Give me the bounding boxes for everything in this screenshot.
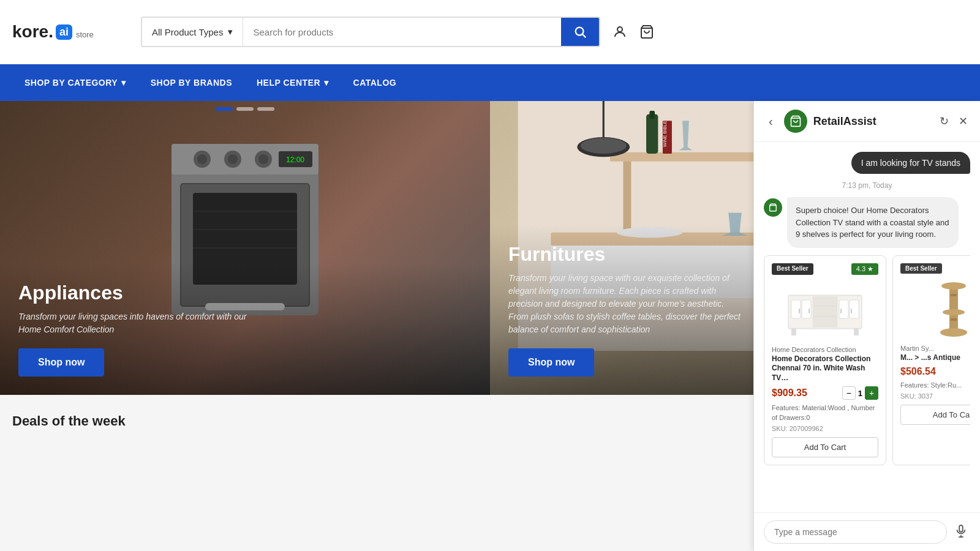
- deals-title: Deals of the week: [12, 413, 126, 429]
- search-button[interactable]: [561, 18, 599, 46]
- nav-catalog-label: CATALOG: [353, 78, 397, 88]
- card-1-brand: Home Decorators Collection: [772, 346, 878, 353]
- header: kore. ai store All Product Types ▾: [0, 0, 980, 64]
- svg-text:WINE BIBLE: WINE BIBLE: [662, 121, 668, 147]
- chat-close-icon: ✕: [959, 115, 968, 127]
- chat-input-area: [754, 512, 980, 551]
- nav-shop-by-category-arrow: ▾: [121, 78, 126, 88]
- svg-rect-64: [851, 309, 852, 313]
- svg-rect-63: [840, 309, 842, 313]
- nav-shop-by-brands-label: SHOP BY BRANDS: [151, 78, 232, 88]
- svg-point-11: [258, 154, 268, 164]
- antique-stand-svg: [929, 279, 970, 340]
- product-type-label: All Product Types: [152, 27, 223, 37]
- account-button[interactable]: [612, 24, 627, 39]
- card-2-brand: Martin Sy...: [900, 345, 970, 352]
- nav-shop-by-category-label: SHOP BY CATEGORY: [24, 78, 118, 88]
- chat-header: ‹ RetailAssist ↻ ✕: [754, 101, 980, 142]
- tv-stand-svg: [785, 283, 865, 338]
- bot-small-cart-icon: [769, 203, 777, 212]
- main-content: 12:00 Appliances Transform your living s…: [0, 101, 980, 551]
- chat-close-button[interactable]: ✕: [956, 112, 970, 130]
- chat-input[interactable]: [764, 520, 947, 544]
- card-1-best-seller-badge: Best Seller: [772, 263, 813, 275]
- microphone-icon: [954, 524, 968, 538]
- dot-2: [236, 107, 254, 111]
- user-message-container: I am looking for TV stands: [764, 152, 970, 174]
- nav-help-center[interactable]: HELP CENTER ▾: [244, 64, 341, 101]
- card-1-sku: SKU: 207009962: [772, 425, 878, 432]
- nav-help-center-label: HELP CENTER: [257, 78, 320, 88]
- card-1-name: Home Decorators Collection Chennai 70 in…: [772, 354, 878, 383]
- card-2-features: Features: Style:Ru...: [900, 381, 970, 390]
- card-1-add-to-cart-button[interactable]: Add To Cart: [772, 437, 878, 457]
- bot-cart-icon: [790, 115, 802, 127]
- card-1-qty-control: − 1 +: [842, 386, 878, 400]
- svg-point-9: [228, 154, 238, 164]
- svg-rect-25: [649, 111, 655, 119]
- card-1-qty-minus-button[interactable]: −: [842, 386, 856, 400]
- dropdown-arrow-icon: ▾: [228, 26, 233, 37]
- card-1-qty-plus-button[interactable]: +: [865, 386, 878, 400]
- svg-rect-24: [646, 114, 658, 153]
- logo-store-label: store: [76, 30, 94, 39]
- svg-rect-60: [854, 328, 859, 335]
- card-2-add-to-cart-button[interactable]: Add To Cart: [900, 405, 970, 425]
- product-card-1: Best Seller 4.3 ★: [764, 255, 886, 466]
- appliances-panel-overlay: Appliances Transform your living spaces …: [0, 263, 490, 395]
- card-1-features: Features: Material:Wood , Number of Draw…: [772, 403, 878, 422]
- search-input[interactable]: [243, 18, 561, 46]
- card-1-price-row: $909.35 − 1 +: [772, 386, 878, 400]
- dot-1: [216, 107, 233, 111]
- svg-rect-59: [791, 328, 796, 335]
- chat-body: I am looking for TV stands 7:13 pm, Toda…: [754, 142, 980, 512]
- user-message: I am looking for TV stands: [851, 152, 970, 174]
- appliances-desc: Transform your living spaces into havens…: [18, 310, 251, 336]
- product-card-2: Best Seller: [892, 255, 970, 466]
- chat-header-actions: ↻ ✕: [937, 112, 970, 130]
- svg-rect-21: [623, 154, 631, 233]
- logo[interactable]: kore. ai store: [12, 22, 123, 42]
- chat-bot-avatar: [784, 110, 807, 133]
- card-2-image: [900, 279, 970, 340]
- card-1-price: $909.35: [772, 388, 807, 399]
- card-2-best-seller-badge: Best Seller: [900, 263, 942, 274]
- logo-ai-badge: ai: [56, 24, 72, 40]
- card-2-badges: Best Seller: [900, 263, 970, 274]
- navigation: SHOP BY CATEGORY ▾ SHOP BY BRANDS HELP C…: [0, 64, 980, 101]
- chat-panel: ‹ RetailAssist ↻ ✕: [753, 101, 980, 551]
- card-2-sku: SKU: 3037: [900, 392, 970, 400]
- chat-refresh-button[interactable]: ↻: [937, 112, 951, 130]
- svg-rect-61: [799, 309, 800, 313]
- microphone-button[interactable]: [952, 522, 970, 543]
- logo-text: kore.: [12, 22, 53, 42]
- svg-point-68: [941, 282, 966, 290]
- product-type-dropdown[interactable]: All Product Types ▾: [142, 18, 243, 46]
- card-2-price-row: $506.54: [900, 366, 970, 377]
- nav-shop-by-brands[interactable]: SHOP BY BRANDS: [138, 64, 244, 101]
- cart-button[interactable]: [639, 24, 654, 39]
- cart-icon: [639, 24, 654, 39]
- appliances-shop-now-button[interactable]: Shop now: [18, 348, 104, 377]
- star-icon: ★: [867, 265, 873, 273]
- svg-point-70: [940, 328, 967, 337]
- chat-timestamp: 7:13 pm, Today: [764, 181, 970, 190]
- chat-refresh-icon: ↻: [940, 115, 949, 127]
- svg-point-2: [617, 27, 622, 32]
- furnitures-shop-now-button[interactable]: Shop now: [508, 348, 594, 377]
- nav-catalog[interactable]: CATALOG: [341, 64, 409, 101]
- chat-back-button[interactable]: ‹: [764, 112, 778, 131]
- card-1-rating-badge: 4.3 ★: [851, 263, 878, 275]
- svg-point-0: [576, 28, 584, 36]
- card-1-qty-value: 1: [858, 389, 862, 398]
- dot-3: [257, 107, 274, 111]
- card-1-badges: Best Seller 4.3 ★: [772, 263, 878, 275]
- card-2-name: M... > ...s Antique: [900, 353, 970, 363]
- header-right: [612, 24, 654, 39]
- svg-rect-73: [959, 525, 963, 531]
- furnitures-desc: Transform your living space with our exq…: [508, 272, 741, 336]
- appliances-title: Appliances: [18, 282, 472, 304]
- search-bar: All Product Types ▾: [141, 17, 600, 47]
- nav-shop-by-category[interactable]: SHOP BY CATEGORY ▾: [12, 64, 138, 101]
- svg-text:12:00: 12:00: [286, 156, 304, 164]
